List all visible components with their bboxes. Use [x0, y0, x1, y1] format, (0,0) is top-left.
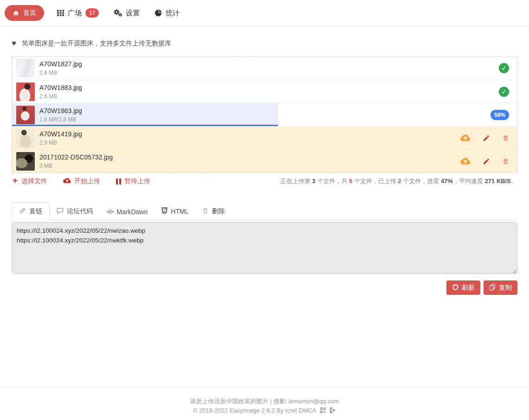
cloud-upload-icon	[63, 178, 71, 185]
upload-toolbar: 选择文件 开始上传 暂停上传 正在上传第 3 个文件，共 5 个文件，已上传 2…	[12, 173, 517, 190]
cloud-upload-icon[interactable]	[460, 134, 471, 142]
nav-item-home[interactable]: 首页	[5, 5, 44, 21]
sign-out-icon[interactable]	[329, 407, 336, 414]
site-tagline: ♥ 简单图床是一款开源图床，支持多文件上传无数据库	[12, 39, 517, 48]
tab-direct-link[interactable]: 直链	[12, 203, 50, 220]
file-row-uploaded-1: A70W1827.jpg 2.6 MB ✓	[12, 57, 517, 80]
gallery-count-badge: 17	[85, 8, 99, 18]
success-check-icon: ✓	[499, 87, 509, 97]
code-icon: </>	[107, 209, 113, 215]
comment-icon	[57, 208, 64, 216]
file-row-pending-1: A70W1419.jpg 2.9 MB	[12, 126, 517, 149]
link-output-textarea[interactable]: https://i2.100024.xyz/2022/05/22/nwizao.…	[12, 222, 517, 274]
link-format-tabs: 直链 论坛代码 </> MarkDown HTML 删除	[12, 203, 517, 220]
tagline-text: 简单图床是一款开源图床，支持多文件上传无数据库	[22, 39, 171, 48]
footer: 请勿上传违反中国政策的图片 | 侵删: lemomim@qq.com © 201…	[0, 387, 529, 420]
select-files-button[interactable]: 选择文件	[12, 177, 47, 185]
edit-pencil-icon[interactable]	[483, 134, 490, 142]
refresh-button[interactable]: 刷新	[446, 280, 480, 295]
file-size: 3 MB	[39, 163, 113, 169]
pie-chart-icon	[155, 9, 162, 17]
nav-item-label: 统计	[166, 9, 180, 18]
file-thumbnail	[16, 152, 35, 171]
upload-status-text: 正在上传第 3 个文件，共 5 个文件，已上传 2 个文件，进度 47%，平均速…	[280, 177, 517, 185]
file-row-pending-2: 20171022-DSC05732.jpg 3 MB	[12, 149, 517, 172]
file-name: 20171022-DSC05732.jpg	[39, 153, 113, 161]
html5-icon	[161, 207, 168, 216]
delete-trash-icon[interactable]	[502, 134, 509, 142]
file-thumbnail	[16, 83, 35, 101]
delete-trash-icon[interactable]	[502, 158, 509, 165]
qrcode-icon[interactable]	[320, 407, 326, 414]
pause-icon	[116, 178, 121, 185]
heart-icon: ♥	[12, 39, 16, 48]
tab-forum-code[interactable]: 论坛代码	[50, 203, 100, 220]
file-name: A70W1863.jpg	[39, 107, 82, 115]
copy-button[interactable]: 复制	[484, 280, 517, 295]
refresh-icon	[452, 284, 458, 292]
footer-notice: 请勿上传违反中国政策的图片 | 侵删: lemomim@qq.com	[0, 397, 529, 406]
file-size: 2.6 MB	[39, 93, 82, 100]
file-name: A70W1827.jpg	[39, 60, 82, 68]
pause-upload-button[interactable]: 暂停上传	[116, 177, 150, 185]
file-size: 2.6 MB	[39, 70, 82, 76]
tab-markdown[interactable]: </> MarkDown	[100, 204, 155, 220]
upload-dropzone[interactable]: A70W1827.jpg 2.6 MB ✓ A70W1883.jpg 2.6 M…	[12, 56, 517, 173]
tab-html[interactable]: HTML	[155, 203, 195, 220]
link-icon	[19, 207, 26, 216]
nav-item-label: 首页	[23, 9, 36, 17]
tab-delete[interactable]: 删除	[195, 203, 232, 220]
nav-item-settings[interactable]: 设置	[114, 9, 140, 18]
file-size: 2.9 MB	[39, 140, 82, 146]
main-content: ♥ 简单图床是一款开源图床，支持多文件上传无数据库 A70W1827.jpg 2…	[0, 39, 529, 295]
edit-pencil-icon[interactable]	[483, 158, 490, 165]
file-name: A70W1419.jpg	[39, 130, 82, 138]
output-actions: 刷新 复制	[12, 280, 517, 295]
nav-item-gallery[interactable]: 广场 17	[57, 8, 99, 18]
nav-item-label: 设置	[126, 9, 140, 18]
home-icon	[13, 10, 19, 17]
cogs-icon	[114, 9, 122, 17]
file-thumbnail	[16, 59, 35, 77]
nav-item-label: 广场	[68, 9, 82, 18]
trash-icon	[202, 208, 208, 216]
success-check-icon: ✓	[499, 63, 509, 73]
top-nav: 首页 广场 17 设置 统计	[0, 0, 529, 26]
progress-percent-badge: 58%	[490, 110, 509, 120]
start-upload-button[interactable]: 开始上传	[63, 177, 100, 185]
file-row-uploaded-2: A70W1883.jpg 2.6 MB ✓	[12, 80, 517, 103]
file-name: A70W1883.jpg	[39, 84, 82, 91]
file-row-uploading: A70W1863.jpg 1.6 MB/2.8 MB 58%	[12, 103, 517, 126]
plus-icon	[12, 178, 18, 185]
nav-item-stats[interactable]: 统计	[155, 9, 180, 18]
grid-icon	[57, 10, 64, 16]
cloud-upload-icon[interactable]	[460, 157, 471, 165]
file-thumbnail	[16, 129, 35, 147]
file-size: 1.6 MB/2.8 MB	[39, 116, 82, 123]
footer-copyright: © 2018-2022 EasyImage 2.6.2 By Icret DMC…	[0, 406, 529, 415]
file-thumbnail	[16, 106, 35, 124]
copy-icon	[489, 284, 496, 292]
